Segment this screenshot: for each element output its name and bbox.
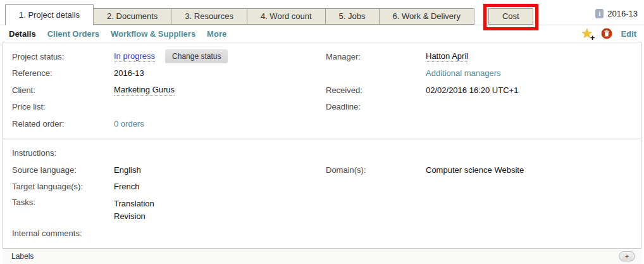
empty-cell (426, 179, 641, 196)
price-list-value (114, 99, 326, 116)
info-icon[interactable]: i (595, 9, 604, 18)
domains-value: Computer science Website (426, 161, 641, 179)
manager-value-cell: Hatton April (426, 48, 641, 65)
subnav-item-details[interactable]: Details (9, 29, 36, 39)
instructions-value (114, 145, 326, 162)
received-label: Received: (326, 82, 426, 99)
trash-icon (601, 28, 612, 39)
details-subnav: Details Client Orders Workflow & Supplie… (0, 25, 644, 42)
internal-comments-value (114, 225, 326, 242)
tab-project-details[interactable]: 1. Project details (5, 4, 94, 25)
additional-managers-link[interactable]: Additional managers (426, 68, 501, 78)
tab-documents[interactable]: 2. Documents (93, 8, 171, 25)
reference-value: 2016-13 (114, 65, 326, 82)
related-order-link[interactable]: 0 orders (114, 119, 144, 129)
empty-cell (326, 145, 426, 162)
tasks-label: Tasks: (12, 195, 114, 225)
source-language-value: English (114, 161, 326, 179)
add-label-button[interactable]: + (619, 251, 635, 261)
target-languages-label: Target language(s): (12, 179, 114, 196)
tab-jobs[interactable]: 5. Jobs (325, 8, 380, 25)
client-value[interactable]: Marketing Gurus (114, 85, 175, 96)
project-status-value-cell: In progress Change status (114, 48, 326, 65)
project-id-text: 2016-13 (607, 9, 638, 18)
labels-title: Labels (11, 252, 34, 261)
tab-cost-wrapper: Cost (488, 8, 533, 25)
related-order-label: Related order: (12, 115, 114, 132)
deadline-value (426, 99, 641, 116)
edit-button[interactable]: Edit (621, 29, 636, 39)
empty-cell (426, 115, 641, 132)
empty-cell (426, 145, 641, 162)
details-section-general: Project status: In progress Change statu… (3, 42, 641, 139)
internal-comments-label: Internal comments: (12, 225, 114, 242)
empty-cell (326, 65, 426, 82)
empty-cell (326, 225, 426, 242)
client-value-cell: Marketing Gurus (114, 82, 326, 99)
project-tab-bar: 1. Project details 2. Documents 3. Resou… (0, 0, 644, 25)
manager-value[interactable]: Hatton April (426, 51, 468, 62)
domains-label: Domain(s): (326, 161, 426, 179)
labels-bar: Labels + (3, 248, 641, 264)
manager-label: Manager: (326, 48, 426, 65)
empty-cell (326, 195, 426, 225)
tab-work-delivery[interactable]: 6. Work & Delivery (379, 8, 474, 25)
tasks-value-cell: Translation Revision (114, 195, 326, 225)
tab-word-count[interactable]: 4. Word count (247, 8, 326, 25)
details-section-languages: Instructions: Source language: English D… (3, 139, 641, 248)
task-item: Revision (114, 211, 146, 221)
subnav-item-workflow-suppliers[interactable]: Workflow & Suppliers (111, 29, 195, 39)
subnav-item-more[interactable]: More (207, 29, 226, 39)
empty-cell (426, 225, 641, 242)
client-label: Client: (12, 82, 114, 99)
source-language-label: Source language: (12, 161, 114, 179)
related-order-cell: 0 orders (114, 115, 326, 132)
received-value: 02/02/2016 16:20 UTC+1 (426, 82, 641, 99)
tab-cost[interactable]: Cost (488, 8, 533, 25)
price-list-label: Price list: (12, 99, 114, 116)
project-status-label: Project status: (12, 48, 114, 65)
instructions-label: Instructions: (12, 145, 114, 162)
star-plus-glyph: + (590, 34, 595, 42)
subnav-actions: ★+ Edit (581, 28, 636, 39)
project-status-link[interactable]: In progress (114, 51, 155, 62)
additional-managers-cell: Additional managers (426, 65, 641, 82)
task-item: Translation (114, 199, 154, 208)
empty-cell (426, 195, 641, 225)
project-details-panel: Project status: In progress Change statu… (3, 42, 641, 248)
empty-cell (326, 115, 426, 132)
add-favorite-star-icon[interactable]: ★+ (581, 28, 593, 39)
tab-resources[interactable]: 3. Resources (171, 8, 247, 25)
project-id-badge: i 2016-13 (595, 9, 638, 18)
empty-cell (326, 179, 426, 196)
change-status-button[interactable]: Change status (165, 49, 228, 63)
target-languages-value: French (114, 179, 326, 196)
delete-project-icon[interactable] (601, 28, 612, 39)
deadline-label: Deadline: (326, 99, 426, 116)
reference-label: Reference: (12, 65, 114, 82)
subnav-item-client-orders[interactable]: Client Orders (47, 29, 99, 39)
